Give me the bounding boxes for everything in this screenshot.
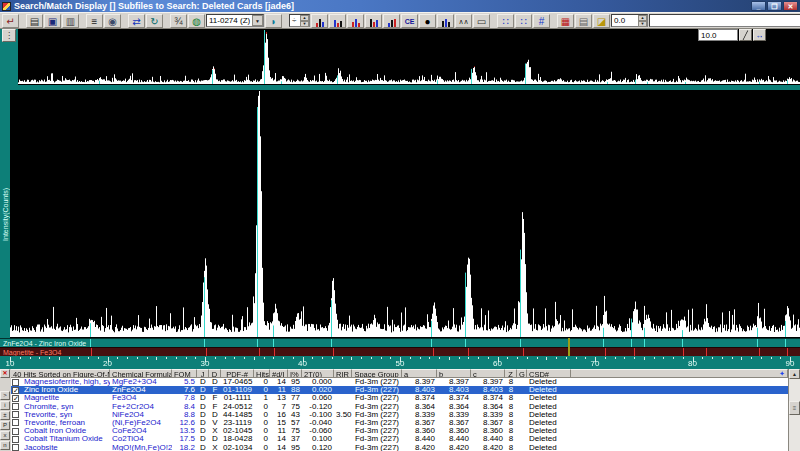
two-tone-button[interactable]: ◪ bbox=[593, 14, 610, 28]
table-row[interactable]: Cobalt Iron OxideCoFe2O413.5DX02-1045011… bbox=[11, 427, 788, 435]
tint-icon[interactable]: ◗ bbox=[265, 14, 282, 28]
column-header[interactable]: Hits bbox=[254, 369, 270, 378]
column-header[interactable]: PDF-# bbox=[221, 369, 254, 378]
table-row[interactable]: ✓MagnetiteFe3O47.8DF01-1111113770.060Fd-… bbox=[11, 394, 788, 402]
column-header[interactable]: FOM bbox=[172, 369, 197, 378]
row-checkbox[interactable] bbox=[12, 444, 19, 451]
side-button-n[interactable]: n bbox=[0, 441, 10, 450]
three-quarter-height-button[interactable]: ¾ bbox=[170, 14, 187, 28]
main-canvas[interactable] bbox=[10, 90, 800, 338]
profile-peaks-button[interactable]: ∧∧ bbox=[455, 14, 472, 28]
column-header[interactable]: RIR bbox=[334, 369, 352, 378]
side-button-±[interactable]: ± bbox=[0, 411, 10, 420]
column-header[interactable]: G bbox=[517, 369, 527, 378]
cell: 8.374 bbox=[402, 394, 437, 402]
cell: D bbox=[197, 419, 209, 427]
save-button[interactable]: ▣ bbox=[44, 14, 61, 28]
table-row[interactable]: Chromite, synFe+2Cr2O48.4DF24-05120775-0… bbox=[11, 403, 788, 411]
pan-axes-button[interactable]: ⇄ bbox=[128, 14, 145, 28]
close-button[interactable]: ✕ bbox=[783, 1, 798, 11]
column-header[interactable]: I% bbox=[288, 369, 302, 378]
cell: 8.420 bbox=[402, 444, 437, 451]
histogram-button[interactable] bbox=[437, 14, 454, 28]
exit-button[interactable]: ↵ bbox=[2, 14, 19, 28]
minimize-button[interactable]: _ bbox=[751, 1, 766, 11]
align-markers-right-button[interactable]: ∷ bbox=[515, 14, 532, 28]
phase-filter-combo[interactable]: ▼ bbox=[649, 14, 800, 27]
display-colors-button[interactable]: ◍ bbox=[188, 14, 205, 28]
column-header[interactable]: J bbox=[197, 369, 209, 378]
table-row[interactable]: Magnesioferrite, high, synMgFe2+3O45.5DD… bbox=[11, 378, 788, 386]
pdf-card-select[interactable]: 11-0274 (Z)▼ bbox=[206, 14, 264, 27]
table-options-icon[interactable]: ✦ bbox=[779, 370, 785, 378]
stack-patterns-button[interactable] bbox=[347, 14, 364, 28]
pattern-grip-button[interactable]: ⋮ bbox=[2, 29, 16, 42]
row-checkbox[interactable] bbox=[12, 436, 19, 443]
side-button->[interactable]: > bbox=[0, 391, 10, 400]
column-header[interactable]: b bbox=[437, 369, 471, 378]
row-checkbox[interactable] bbox=[12, 428, 19, 435]
column-header[interactable]: CSD# bbox=[527, 369, 571, 378]
column-header[interactable]: c bbox=[471, 369, 505, 378]
capture-button[interactable]: ◉ bbox=[104, 14, 121, 28]
red-grid-button[interactable]: ▦ bbox=[557, 14, 574, 28]
report-button[interactable]: ≡ bbox=[86, 14, 103, 28]
stripes-button[interactable]: ▤ bbox=[575, 14, 592, 28]
restore-button[interactable]: ❐ bbox=[767, 1, 782, 11]
row-checkbox[interactable] bbox=[12, 411, 19, 418]
print-button[interactable]: ▤ bbox=[26, 14, 43, 28]
side-button-x[interactable]: x bbox=[0, 431, 10, 440]
column-header[interactable]: #d/I bbox=[270, 369, 288, 378]
cell: 3.50 bbox=[334, 411, 352, 419]
column-header[interactable]: a bbox=[402, 369, 437, 378]
column-header[interactable]: Z bbox=[505, 369, 517, 378]
cell: Deleted bbox=[527, 435, 571, 443]
overlay-sticks-button[interactable] bbox=[311, 14, 328, 28]
range-input[interactable] bbox=[698, 29, 738, 41]
overlay-bar-znfe2o4[interactable]: ZnFe2O4 - Zinc Iron Oxide bbox=[0, 338, 800, 347]
align-markers-left-button[interactable]: ∷ bbox=[497, 14, 514, 28]
divide-spinner[interactable]: ÷▲▼ bbox=[289, 14, 310, 27]
overlay-lines-button[interactable] bbox=[329, 14, 346, 28]
cell: 8.364 bbox=[402, 403, 437, 411]
column-header[interactable]: D bbox=[209, 369, 221, 378]
cell bbox=[334, 435, 352, 443]
table-row[interactable]: ✓Zinc Iron OxideZnFe2O47.6DF01-110901188… bbox=[11, 386, 788, 394]
table-scrollbar[interactable]: ▲ ≡ bbox=[788, 369, 800, 451]
row-checkbox[interactable] bbox=[12, 379, 19, 386]
side-button-i[interactable]: i bbox=[0, 401, 10, 410]
overview-canvas[interactable] bbox=[18, 29, 800, 85]
row-checkbox[interactable] bbox=[12, 419, 19, 426]
normalize-patterns-button[interactable] bbox=[383, 14, 400, 28]
row-checkbox[interactable]: ✓ bbox=[12, 387, 19, 394]
main-chart[interactable] bbox=[10, 90, 800, 338]
table-row[interactable]: JacobsiteMgO!(Mn,Fe)O!2Fe...18.2DX02-103… bbox=[11, 444, 788, 451]
table-close-button[interactable]: ✕ bbox=[0, 369, 10, 378]
scroll-thumb[interactable]: ≡ bbox=[789, 401, 800, 415]
row-checkbox[interactable]: ✓ bbox=[12, 395, 19, 402]
table-row[interactable]: Trevorite, ferroan(Ni,Fe)Fe2O412.6DV23-1… bbox=[11, 419, 788, 427]
ce-button[interactable]: CE bbox=[401, 14, 418, 28]
eclipse-button[interactable]: ● bbox=[419, 14, 436, 28]
column-header[interactable]: Chemical Formula bbox=[110, 369, 172, 378]
cell: 8.339 bbox=[402, 411, 437, 419]
column-header[interactable]: Space Group bbox=[352, 369, 402, 378]
chevron-down-icon[interactable]: ▼ bbox=[252, 15, 263, 26]
overlay-bar-magnetite[interactable]: Magnetite - Fe3O4 bbox=[0, 347, 800, 356]
table-row[interactable]: Cobalt Titanium OxideCo2TiO417.5DD18-042… bbox=[11, 435, 788, 443]
row-checkbox[interactable] bbox=[12, 403, 19, 410]
print-preview-button[interactable]: ▥ bbox=[62, 14, 79, 28]
column-header[interactable]: 40 Hits Sorted on Figure-Of-M... bbox=[11, 369, 110, 378]
table-row[interactable]: Trevorite, synNiFe2O48.8DD44-148501643-0… bbox=[11, 411, 788, 419]
overview-chart[interactable]: ╱ ↔ bbox=[18, 29, 800, 85]
index-lines-button[interactable]: # bbox=[533, 14, 550, 28]
offset-patterns-button[interactable] bbox=[365, 14, 382, 28]
scroll-up-button[interactable]: ▲ bbox=[789, 369, 800, 379]
side-button-P[interactable]: P bbox=[0, 421, 10, 430]
frame-button[interactable]: ▭ bbox=[473, 14, 490, 28]
refresh-button[interactable]: ↻ bbox=[146, 14, 163, 28]
scale-mode-button[interactable]: ╱ bbox=[739, 29, 752, 41]
full-range-button[interactable]: ↔ bbox=[753, 29, 766, 41]
column-header[interactable]: 2T(0) bbox=[302, 369, 334, 378]
threshold-spinbox[interactable]: 0.0▲▼ bbox=[611, 14, 648, 27]
